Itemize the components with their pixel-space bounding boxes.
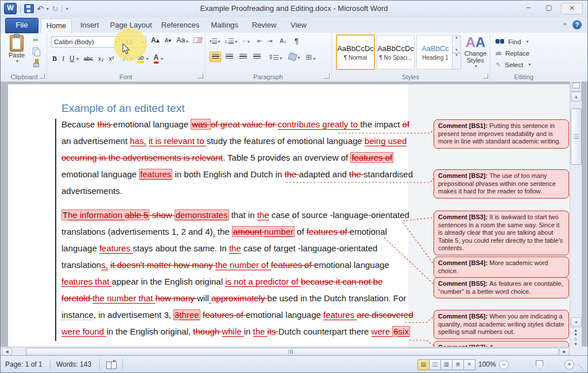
copy-button[interactable]: [33, 48, 40, 56]
comment-anchor-highlight[interactable]: features of: [350, 152, 393, 163]
comment-anchor-highlight[interactable]: demonstrates: [175, 209, 229, 220]
subscript-button[interactable]: x₂: [98, 55, 104, 62]
web-layout-view-button[interactable]: ▥: [441, 359, 452, 370]
superscript-button[interactable]: x²: [109, 55, 114, 62]
page-count-status[interactable]: Page: 1 of 1: [5, 360, 42, 368]
close-button[interactable]: ✕: [561, 3, 583, 14]
underline-button[interactable]: U: [69, 55, 75, 63]
format-painter-button[interactable]: [33, 59, 40, 67]
paste-button[interactable]: Paste ▾: [4, 35, 29, 64]
zoom-level-status[interactable]: 100%: [478, 360, 496, 368]
scroll-left-button[interactable]: ◀: [2, 348, 12, 356]
word-count-status[interactable]: Words: 143: [56, 360, 91, 368]
bold-button[interactable]: B: [52, 55, 57, 63]
clear-formatting-icon[interactable]: [193, 37, 203, 43]
tab-mailings[interactable]: Mailings: [206, 18, 243, 33]
align-left-button[interactable]: [210, 52, 221, 62]
comment-BS1[interactable]: Comment [BS1]: Putting this sentence in …: [434, 119, 569, 149]
shading-button[interactable]: ▾: [289, 53, 300, 60]
vertical-scroll-thumb[interactable]: [571, 108, 582, 165]
previous-page-button[interactable]: ▲▲: [571, 329, 581, 336]
horizontal-scroll-thumb[interactable]: [26, 348, 559, 356]
strikethrough-button[interactable]: abc: [84, 56, 93, 62]
view-ruler-button[interactable]: [571, 82, 582, 92]
tab-insert[interactable]: Insert: [74, 18, 105, 33]
comment-BS4[interactable]: Comment [BS4]: More academic word choice…: [434, 257, 569, 278]
show-marks-button[interactable]: ¶: [295, 37, 299, 45]
comment-anchor-highlight[interactable]: 3three: [173, 309, 200, 320]
help-icon[interactable]: ?: [572, 20, 582, 29]
change-styles-button[interactable]: AA Change Styles ▾: [462, 35, 489, 69]
styles-scroll-down-icon[interactable]: ▼: [452, 48, 461, 52]
fullscreen-reading-view-button[interactable]: ◫: [430, 359, 441, 370]
redo-icon[interactable]: ↻: [52, 5, 59, 13]
font-color-button[interactable]: A: [154, 53, 159, 64]
zoom-out-button[interactable]: –: [499, 360, 509, 370]
italic-button[interactable]: I: [62, 55, 64, 63]
document-text[interactable]: Because this emotional language was of g…: [61, 119, 429, 343]
scroll-down-button[interactable]: ▼: [571, 317, 582, 327]
qat-customize-icon[interactable]: ▾: [66, 6, 68, 11]
tab-review[interactable]: Review: [247, 18, 281, 33]
replace-button[interactable]: ab Replace: [496, 48, 529, 59]
font-name-combo[interactable]: Calibri (Body) ▾: [51, 36, 120, 48]
minimize-ribbon-icon[interactable]: ^: [563, 22, 567, 28]
align-right-button[interactable]: [237, 52, 249, 62]
comment-anchor-highlight[interactable]: amount number: [232, 226, 295, 237]
cut-button[interactable]: ✂: [33, 36, 38, 44]
tab-view[interactable]: View: [285, 18, 312, 33]
find-button[interactable]: Find ▾: [496, 36, 528, 47]
select-browse-object-button[interactable]: ○: [571, 336, 581, 342]
styles-gallery-scrollbar[interactable]: ▲ ▼ ▼: [452, 35, 461, 69]
comment-anchor-highlight[interactable]: features: [139, 169, 172, 180]
tab-page-layout[interactable]: Page Layout: [109, 18, 153, 33]
scroll-right-button[interactable]: ▶: [559, 348, 570, 356]
save-icon[interactable]: [24, 4, 34, 13]
decrease-indent-button[interactable]: ⇤: [257, 37, 262, 45]
underline-dropdown-icon[interactable]: ▾: [76, 56, 79, 61]
justify-button[interactable]: [251, 52, 262, 62]
tab-file[interactable]: File: [5, 18, 38, 33]
proofing-status-button[interactable]: ✗: [106, 361, 117, 370]
scroll-up-button[interactable]: ▲: [571, 92, 582, 102]
undo-icon[interactable]: ↶: [37, 5, 44, 13]
horizontal-scrollbar[interactable]: ◀ ▶: [1, 347, 570, 356]
resize-grip[interactable]: ⋱: [577, 363, 583, 371]
print-layout-view-button[interactable]: ▤: [417, 359, 430, 370]
tab-references[interactable]: References: [158, 18, 203, 33]
borders-button[interactable]: ⊞▾: [305, 53, 315, 61]
styles-dialog-launcher-icon[interactable]: [483, 73, 488, 79]
comment-anchor-highlight[interactable]: was: [191, 119, 211, 130]
comment-BS3[interactable]: Comment [BS3]: It is awkward to start tw…: [434, 211, 569, 255]
align-center-button[interactable]: [223, 52, 235, 62]
draft-view-button[interactable]: ≡: [464, 359, 475, 370]
text-highlight-dropdown-icon[interactable]: ▾: [146, 56, 149, 61]
style-chip-heading1[interactable]: AaBbCcHeading 1: [416, 35, 454, 69]
increase-indent-button[interactable]: ⇥: [267, 37, 272, 45]
sort-button[interactable]: A↓: [280, 38, 287, 44]
clipboard-dialog-launcher-icon[interactable]: [40, 73, 45, 79]
numbering-button[interactable]: 1.▾: [225, 38, 238, 44]
zoom-slider-thumb[interactable]: [536, 360, 543, 370]
paragraph-dialog-launcher-icon[interactable]: [324, 73, 330, 79]
change-case-button[interactable]: Aa▾: [176, 36, 188, 44]
comment-BS5[interactable]: Comment [BS5]: As features are countable…: [434, 277, 569, 298]
comment-BS2[interactable]: Comment [BS2]: The use of too many prepo…: [434, 169, 569, 199]
shrink-font-button[interactable]: A▾: [165, 37, 172, 44]
select-button[interactable]: ⇖ Select ▾: [496, 59, 531, 70]
font-dialog-launcher-icon[interactable]: [198, 73, 203, 79]
multilevel-list-button[interactable]: ⁘▾: [242, 38, 250, 44]
zoom-in-button[interactable]: +: [564, 360, 574, 370]
style-chip-normal[interactable]: AaBbCcDc¶ Normal: [336, 34, 375, 70]
font-color-dropdown-icon[interactable]: ▾: [161, 56, 163, 61]
comment-BS6[interactable]: Comment [BS6]: When you are indicating a…: [434, 310, 569, 339]
bullets-button[interactable]: •▾: [210, 38, 220, 44]
styles-gallery-more-icon[interactable]: ▼: [452, 53, 461, 57]
grow-font-button[interactable]: A▴: [151, 36, 160, 44]
comment-BS7[interactable]: Comment [BS7]: A: [434, 341, 569, 347]
styles-scroll-up-icon[interactable]: ▲: [452, 36, 461, 39]
line-spacing-button[interactable]: ⇕▾: [268, 53, 282, 61]
vertical-scrollbar[interactable]: ▲ ▼ ▲▲ ○ ▼▼: [570, 81, 582, 347]
maximize-button[interactable]: ▢: [540, 3, 558, 13]
undo-dropdown-icon[interactable]: ▾: [47, 6, 49, 11]
